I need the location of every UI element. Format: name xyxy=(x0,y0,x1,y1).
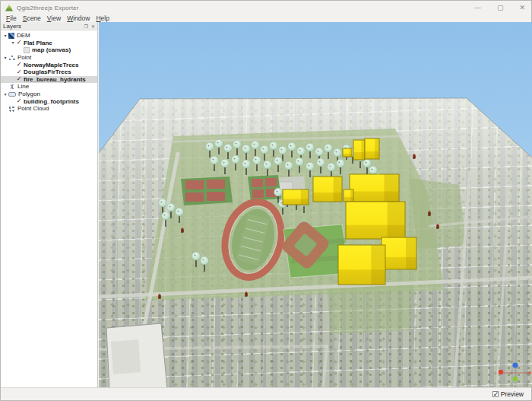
layer-checkbox-checked-icon[interactable]: ✓ xyxy=(16,69,22,75)
layer-label: map (canvas) xyxy=(32,46,71,53)
layer-label: DEM xyxy=(17,32,30,39)
warehouse-building xyxy=(106,323,167,389)
menu-scene[interactable]: Scene xyxy=(21,14,46,22)
3d-scene-overlay xyxy=(99,22,532,389)
window-title: Qgis2threejs Exporter xyxy=(17,5,79,11)
gizmo-x-dot xyxy=(499,370,503,374)
gizmo-x2-dot xyxy=(528,371,531,374)
layers-panel: Layers ❐ ✕ ▾DEM▾✓Flat Planemap (canvas)▾… xyxy=(1,22,98,387)
layer-label: DouglasFirTrees xyxy=(24,68,71,75)
preview-checkbox[interactable]: Preview xyxy=(492,390,524,398)
gizmo-y-dot xyxy=(513,377,518,381)
menu-view[interactable]: View xyxy=(46,14,65,22)
layer-item-line[interactable]: Line xyxy=(1,83,97,91)
3d-viewport[interactable] xyxy=(99,22,532,389)
expand-arrow-icon[interactable]: ▾ xyxy=(2,55,8,61)
layer-label: Point xyxy=(17,54,31,61)
layer-item-map-canvas-[interactable]: map (canvas) xyxy=(1,46,97,54)
layer-item-point-cloud[interactable]: Point Cloud xyxy=(1,105,97,113)
layer-label: Flat Plane xyxy=(24,40,52,46)
layer-label: Polygon xyxy=(18,91,40,97)
pointcloud-layer-icon xyxy=(8,106,15,112)
app-window: Qgis2threejs Exporter — ▢ ✕ FileSceneVie… xyxy=(0,0,532,401)
menu-help[interactable]: Help xyxy=(94,14,113,22)
layer-label: Line xyxy=(17,83,29,90)
layer-label: building_footprints xyxy=(24,98,79,105)
preview-check-icon[interactable] xyxy=(492,391,499,397)
status-bar: Preview xyxy=(1,387,531,400)
title-bar: Qgis2threejs Exporter — ▢ ✕ xyxy=(1,1,531,14)
menu-bar: FileSceneViewWindowHelp xyxy=(1,14,531,22)
layer-item-douglasfirtrees[interactable]: ✓DouglasFirTrees xyxy=(1,68,97,76)
map-layer-icon xyxy=(24,47,30,53)
layer-item-dem[interactable]: ▾DEM xyxy=(1,32,97,40)
expand-arrow-icon[interactable]: ▾ xyxy=(10,40,16,46)
minimize-button[interactable]: — xyxy=(474,5,481,11)
layers-tree: ▾DEM▾✓Flat Planemap (canvas)▾Point✓Norwa… xyxy=(1,30,97,113)
layer-label: fire_bureau_hydrants xyxy=(24,76,86,83)
polygon-layer-icon xyxy=(8,92,16,97)
layer-item-point[interactable]: ▾Point xyxy=(1,54,97,62)
app-logo-icon xyxy=(5,5,13,11)
expand-arrow-icon[interactable]: ▾ xyxy=(2,91,8,97)
layer-checkbox-checked-icon[interactable]: ✓ xyxy=(16,98,22,104)
axis-gizmo xyxy=(499,362,531,381)
panel-close-icon[interactable]: ✕ xyxy=(91,24,95,29)
layer-checkbox-checked-icon[interactable]: ✓ xyxy=(16,76,22,82)
layer-checkbox-checked-icon[interactable]: ✓ xyxy=(16,62,22,68)
menu-file[interactable]: File xyxy=(5,14,21,22)
layer-item-polygon[interactable]: ▾Polygon xyxy=(1,91,97,98)
point-layer-icon xyxy=(8,55,15,61)
expand-arrow-icon[interactable]: ▾ xyxy=(2,33,8,39)
layer-label: NorwayMapleTrees xyxy=(24,62,78,68)
layer-item-norwaymapletrees[interactable]: ✓NorwayMapleTrees xyxy=(1,61,97,68)
layer-item-fire-bureau-hydrants[interactable]: ✓fire_bureau_hydrants xyxy=(1,76,97,84)
menu-window[interactable]: Window xyxy=(65,14,94,22)
dem-layer-icon xyxy=(8,33,14,39)
layer-label: Point Cloud xyxy=(17,105,49,112)
line-layer-icon xyxy=(8,84,15,90)
layer-checkbox-checked-icon[interactable]: ✓ xyxy=(16,40,22,46)
panel-float-icon[interactable]: ❐ xyxy=(84,24,88,29)
layer-item-building-footprints[interactable]: ✓building_footprints xyxy=(1,97,97,105)
layer-item-flat-plane[interactable]: ▾✓Flat Plane xyxy=(1,40,97,47)
close-button[interactable]: ✕ xyxy=(519,5,525,11)
gizmo-z-dot xyxy=(512,362,518,368)
layers-panel-title: Layers xyxy=(3,23,81,30)
layers-panel-header: Layers ❐ ✕ xyxy=(1,22,97,30)
window-controls: — ▢ ✕ xyxy=(474,1,525,14)
maximize-button[interactable]: ▢ xyxy=(497,5,504,11)
preview-label: Preview xyxy=(501,390,524,398)
